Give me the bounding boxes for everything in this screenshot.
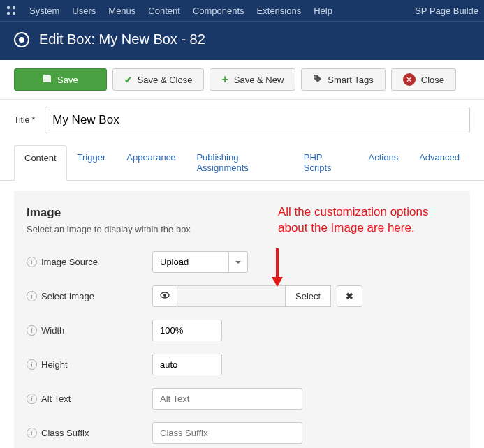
- target-icon: [14, 32, 29, 47]
- page-header: Edit Box: My New Box - 82: [0, 21, 484, 60]
- height-input[interactable]: [152, 354, 222, 375]
- width-input[interactable]: [152, 320, 222, 341]
- image-source-select[interactable]: [152, 251, 229, 273]
- info-icon[interactable]: i: [27, 257, 37, 267]
- save-new-label: Save & New: [234, 75, 284, 85]
- save-label: Save: [57, 75, 78, 85]
- field-width: iWidth: [27, 320, 457, 341]
- select-image-label: Select Image: [41, 291, 94, 301]
- tab-content[interactable]: Content: [14, 145, 67, 181]
- svg-point-7: [163, 294, 166, 297]
- select-image-button[interactable]: Select: [286, 285, 331, 307]
- tag-icon: [313, 74, 322, 85]
- tab-advanced[interactable]: Advanced: [409, 144, 470, 180]
- chevron-down-icon[interactable]: [229, 251, 248, 273]
- preview-button[interactable]: [152, 285, 177, 307]
- title-row: Title *: [0, 100, 484, 144]
- field-image-source: iImage Source: [27, 251, 457, 273]
- title-label: Title *: [14, 115, 35, 125]
- class-suffix-input[interactable]: [152, 422, 302, 444]
- menu-components[interactable]: Components: [193, 6, 244, 16]
- page-title: Edit Box: My New Box - 82: [39, 31, 205, 47]
- field-select-image: iSelect Image Select ✖: [27, 285, 457, 307]
- close-label: Close: [421, 75, 444, 85]
- close-button[interactable]: ✕ Close: [391, 68, 456, 91]
- info-icon[interactable]: i: [27, 325, 37, 336]
- smart-tags-label: Smart Tags: [328, 75, 374, 85]
- save-new-button[interactable]: + Save & New: [210, 68, 295, 91]
- height-label: Height: [41, 359, 68, 370]
- field-class-suffix: iClass Suffix: [27, 422, 457, 444]
- svg-marker-5: [272, 277, 283, 287]
- class-suffix-label: Class Suffix: [41, 428, 89, 438]
- annotation-arrow-icon: [267, 246, 288, 290]
- joomla-logo-icon: [6, 5, 17, 16]
- annotation-text: All the customization options about the …: [278, 204, 428, 237]
- svg-point-3: [13, 12, 15, 15]
- content-panel: Image Select an image to display within …: [14, 191, 470, 448]
- save-close-label: Save & Close: [138, 75, 193, 85]
- tabs: Content Trigger Appearance Publishing As…: [0, 144, 484, 181]
- menu-menus[interactable]: Menus: [108, 6, 135, 16]
- save-button[interactable]: Save: [14, 68, 107, 91]
- check-icon: ✔: [124, 75, 132, 85]
- tab-php-scripts[interactable]: PHP Scripts: [293, 144, 358, 180]
- alt-text-label: Alt Text: [41, 394, 71, 404]
- tab-trigger[interactable]: Trigger: [67, 144, 117, 180]
- eye-icon: [160, 291, 170, 299]
- save-close-button[interactable]: ✔ Save & Close: [112, 68, 205, 91]
- width-label: Width: [41, 325, 64, 336]
- info-icon[interactable]: i: [27, 428, 37, 438]
- info-icon[interactable]: i: [27, 394, 37, 404]
- sp-page-builder-link[interactable]: SP Page Builde: [415, 6, 478, 16]
- svg-point-0: [7, 6, 10, 9]
- menu-content[interactable]: Content: [148, 6, 180, 16]
- top-menu: System Users Menus Content Components Ex…: [0, 0, 484, 21]
- smart-tags-button[interactable]: Smart Tags: [301, 68, 386, 91]
- close-icon: ✕: [403, 73, 416, 86]
- plus-icon: +: [221, 73, 228, 86]
- svg-point-2: [7, 12, 10, 15]
- tab-actions[interactable]: Actions: [358, 144, 409, 180]
- menu-extensions[interactable]: Extensions: [257, 6, 302, 16]
- menu-users[interactable]: Users: [72, 6, 96, 16]
- field-alt-text: iAlt Text: [27, 388, 457, 410]
- image-source-label: Image Source: [41, 257, 98, 267]
- alt-text-input[interactable]: [152, 388, 302, 410]
- tab-appearance[interactable]: Appearance: [116, 144, 186, 180]
- save-icon: [43, 74, 52, 85]
- menu-help[interactable]: Help: [314, 6, 332, 16]
- info-icon[interactable]: i: [27, 291, 37, 301]
- title-input[interactable]: [45, 107, 470, 133]
- field-height: iHeight: [27, 354, 457, 375]
- tab-publishing[interactable]: Publishing Assignments: [186, 144, 293, 180]
- svg-point-1: [13, 6, 15, 9]
- clear-image-button[interactable]: ✖: [337, 285, 362, 307]
- toolbar: Save ✔ Save & Close + Save & New Smart T…: [0, 60, 484, 100]
- menu-system[interactable]: System: [29, 6, 59, 16]
- info-icon[interactable]: i: [27, 359, 37, 370]
